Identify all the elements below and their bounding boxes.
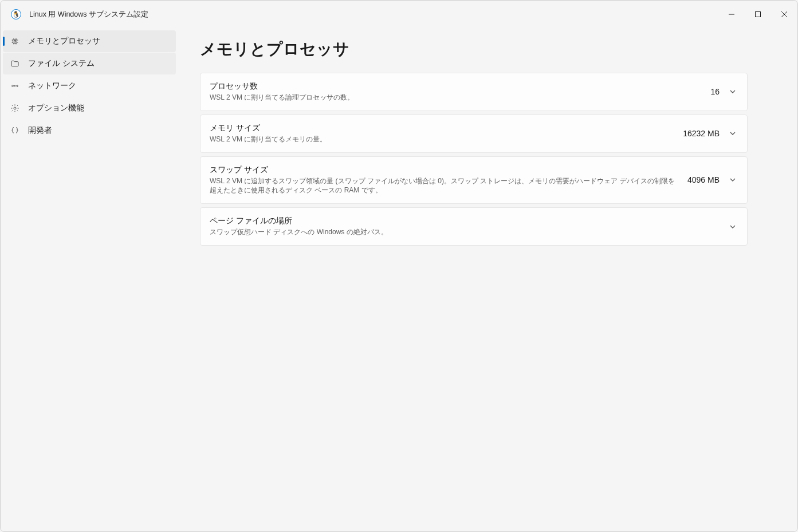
sidebar-item-label: 開発者 (28, 125, 52, 136)
cpu-icon (10, 36, 20, 46)
minimize-button[interactable] (718, 5, 745, 23)
body: メモリとプロセッサファイル システムネットワークオプション機能開発者 メモリとプ… (1, 28, 797, 531)
chevron-down-icon (729, 129, 737, 137)
setting-title: プロセッサ数 (210, 81, 701, 92)
broadcast-icon (10, 81, 20, 91)
app-icon: 🐧 (11, 9, 21, 19)
chevron-down-icon (729, 176, 737, 184)
close-button[interactable] (771, 5, 797, 23)
window-controls (718, 5, 797, 23)
sidebar-item-gear[interactable]: オプション機能 (3, 97, 176, 119)
setting-card[interactable]: ページ ファイルの場所スワップ仮想ハード ディスクへの Windows の絶対パ… (200, 207, 748, 246)
setting-text: スワップ サイズWSL 2 VM に追加するスワップ領域の量 (スワップ ファイ… (210, 165, 678, 196)
setting-desc: スワップ仮想ハード ディスクへの Windows の絶対パス。 (210, 227, 720, 237)
sidebar-item-cpu[interactable]: メモリとプロセッサ (3, 30, 176, 52)
sidebar-item-braces[interactable]: 開発者 (3, 120, 176, 141)
sidebar-item-label: メモリとプロセッサ (28, 36, 100, 46)
svg-rect-4 (13, 40, 17, 44)
settings-list: プロセッサ数WSL 2 VM に割り当てる論理プロセッサの数。16メモリ サイズ… (200, 73, 748, 246)
setting-value: 16 (710, 87, 720, 96)
sidebar-item-label: ネットワーク (28, 81, 76, 91)
sidebar-item-label: ファイル システム (28, 58, 95, 69)
titlebar: 🐧 Linux 用 Windows サブシステム設定 (1, 1, 797, 28)
titlebar-left: 🐧 Linux 用 Windows サブシステム設定 (11, 9, 148, 19)
maximize-button[interactable] (745, 5, 771, 23)
setting-desc: WSL 2 VM に追加するスワップ領域の量 (スワップ ファイルがない場合は … (210, 176, 678, 196)
setting-card[interactable]: スワップ サイズWSL 2 VM に追加するスワップ領域の量 (スワップ ファイ… (200, 156, 748, 204)
setting-card[interactable]: プロセッサ数WSL 2 VM に割り当てる論理プロセッサの数。16 (200, 73, 748, 111)
chevron-down-icon (729, 223, 737, 231)
sidebar-item-folder[interactable]: ファイル システム (3, 53, 176, 74)
svg-rect-1 (756, 12, 761, 17)
setting-value: 16232 MB (683, 129, 720, 138)
svg-point-15 (14, 107, 16, 109)
setting-value: 4096 MB (687, 175, 720, 184)
setting-title: スワップ サイズ (210, 165, 678, 175)
content: メモリとプロセッサ プロセッサ数WSL 2 VM に割り当てる論理プロセッサの数… (178, 28, 797, 531)
svg-point-14 (14, 85, 15, 86)
chevron-down-icon (729, 88, 737, 96)
setting-card[interactable]: メモリ サイズWSL 2 VM に割り当てるメモリの量。16232 MB (200, 115, 748, 153)
setting-title: メモリ サイズ (210, 123, 674, 133)
sidebar: メモリとプロセッサファイル システムネットワークオプション機能開発者 (1, 28, 178, 531)
sidebar-item-broadcast[interactable]: ネットワーク (3, 75, 176, 97)
page-title: メモリとプロセッサ (200, 38, 772, 60)
setting-title: ページ ファイルの場所 (210, 216, 720, 226)
gear-icon (10, 103, 20, 113)
folder-icon (10, 58, 20, 69)
app-title: Linux 用 Windows サブシステム設定 (29, 10, 148, 19)
setting-text: メモリ サイズWSL 2 VM に割り当てるメモリの量。 (210, 123, 674, 144)
setting-desc: WSL 2 VM に割り当てる論理プロセッサの数。 (210, 93, 701, 103)
braces-icon (10, 125, 20, 136)
setting-desc: WSL 2 VM に割り当てるメモリの量。 (210, 135, 674, 144)
setting-text: ページ ファイルの場所スワップ仮想ハード ディスクへの Windows の絶対パ… (210, 216, 720, 237)
setting-text: プロセッサ数WSL 2 VM に割り当てる論理プロセッサの数。 (210, 81, 701, 103)
svg-rect-5 (14, 41, 16, 42)
sidebar-item-label: オプション機能 (28, 103, 84, 113)
